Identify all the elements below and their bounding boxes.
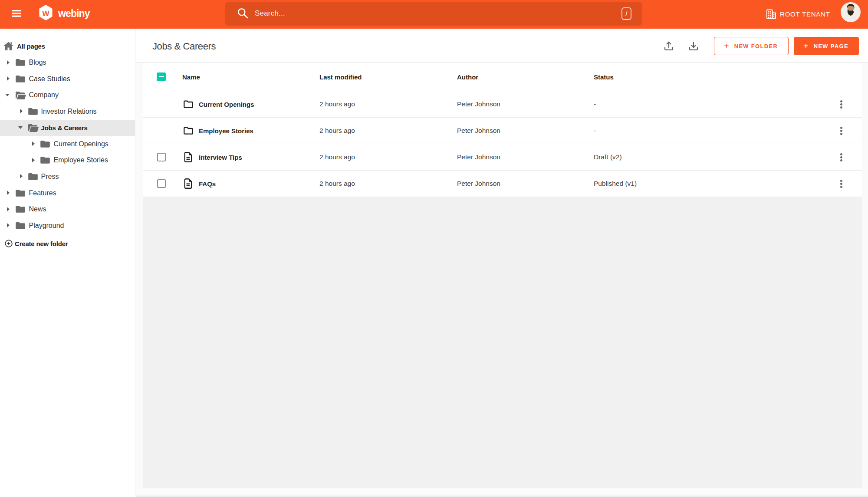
svg-text:w: w	[42, 8, 49, 18]
